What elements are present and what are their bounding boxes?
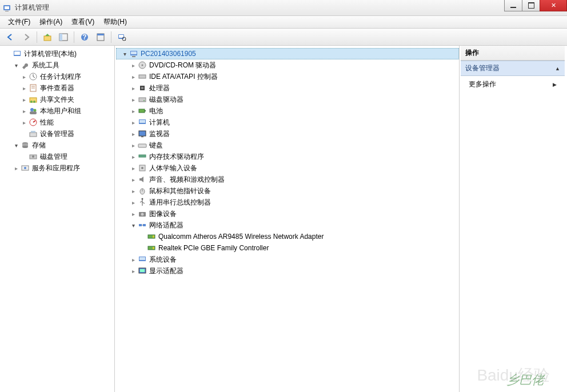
- maximize-button[interactable]: [522, 0, 540, 11]
- properties-button[interactable]: [94, 30, 107, 44]
- close-button[interactable]: [540, 0, 567, 11]
- svg-rect-53: [139, 155, 146, 157]
- tree-disk-mgmt[interactable]: 磁盘管理: [2, 151, 114, 162]
- expander-icon[interactable]: [130, 130, 137, 137]
- expander-icon[interactable]: [130, 210, 137, 217]
- device-display[interactable]: 显示适配器: [116, 265, 459, 277]
- menu-file[interactable]: 文件(F): [3, 16, 35, 28]
- menu-action[interactable]: 操作(A): [35, 16, 67, 28]
- device-system[interactable]: 系统设备: [116, 254, 459, 265]
- device-battery[interactable]: 电池: [116, 105, 459, 117]
- device-nic2[interactable]: Realtek PCIe GBE Family Controller: [116, 242, 459, 254]
- expander-icon[interactable]: [130, 153, 137, 160]
- expander-icon[interactable]: [130, 107, 137, 114]
- mouse-icon: [138, 186, 147, 195]
- expander-icon[interactable]: [21, 73, 27, 80]
- forward-button[interactable]: [19, 30, 33, 44]
- svg-rect-51: [141, 137, 143, 137]
- expander-icon[interactable]: [130, 199, 137, 206]
- device-sound[interactable]: 声音、视频和游戏控制器: [116, 174, 459, 185]
- tree-label: 图像设备: [149, 209, 177, 219]
- up-button[interactable]: [41, 30, 54, 44]
- battery-icon: [138, 106, 147, 115]
- ide-icon: [138, 72, 147, 81]
- svg-rect-67: [153, 247, 154, 249]
- expander-icon[interactable]: [130, 85, 137, 91]
- tree-label: DVD/CD-ROM 驱动器: [149, 61, 216, 70]
- cpu-icon: [138, 83, 147, 93]
- device-network[interactable]: 网络适配器: [116, 219, 459, 231]
- tree-device-manager[interactable]: 设备管理器: [2, 128, 114, 139]
- device-dvd[interactable]: DVD/CD-ROM 驱动器: [116, 59, 459, 71]
- tree-services-apps[interactable]: 服务和应用程序: [2, 162, 114, 174]
- expander-icon[interactable]: [130, 267, 137, 274]
- tree-shared-folders[interactable]: 共享文件夹: [2, 94, 114, 105]
- expander-icon[interactable]: [21, 85, 27, 91]
- device-computers[interactable]: 计算机: [116, 117, 459, 128]
- scan-button[interactable]: [115, 30, 129, 44]
- help-button[interactable]: ?: [78, 30, 91, 44]
- device-root[interactable]: PC201403061905: [116, 48, 459, 59]
- back-button[interactable]: [3, 30, 17, 44]
- expander-icon[interactable]: [130, 165, 137, 171]
- expander-icon[interactable]: [13, 142, 19, 149]
- device-hid[interactable]: 人体学输入设备: [116, 162, 459, 174]
- expander-icon[interactable]: [130, 119, 137, 126]
- menu-view[interactable]: 查看(V): [67, 16, 99, 28]
- device-keyboard[interactable]: 键盘: [116, 139, 459, 151]
- device-ide[interactable]: IDE ATA/ATAPI 控制器: [116, 71, 459, 82]
- tree-storage[interactable]: 存储: [2, 139, 114, 151]
- tree-label: 磁盘驱动器: [149, 95, 183, 105]
- svg-point-33: [32, 155, 34, 158]
- expander-icon[interactable]: [21, 96, 27, 103]
- device-disk-drives[interactable]: 磁盘驱动器: [116, 94, 459, 105]
- tree-label: 键盘: [149, 141, 163, 150]
- device-memory[interactable]: 内存技术驱动程序: [116, 151, 459, 162]
- expander-icon[interactable]: [21, 119, 27, 126]
- device-processor[interactable]: 处理器: [116, 82, 459, 94]
- tree-performance[interactable]: 性能: [2, 117, 114, 128]
- system-device-icon: [138, 255, 147, 264]
- expander-icon[interactable]: [130, 222, 137, 229]
- expander-icon[interactable]: [130, 142, 137, 149]
- actions-section[interactable]: 设备管理器 ▲: [461, 61, 565, 76]
- svg-rect-49: [139, 120, 145, 123]
- svg-point-58: [142, 198, 143, 200]
- expander-icon[interactable]: [13, 62, 19, 69]
- svg-rect-65: [153, 235, 154, 238]
- clock-icon: [29, 72, 38, 81]
- tree-local-users[interactable]: 本地用户和组: [2, 105, 114, 117]
- tree-system-tools[interactable]: 系统工具: [2, 59, 114, 71]
- expander-icon[interactable]: [130, 62, 137, 69]
- expander-icon[interactable]: [21, 107, 27, 114]
- expander-icon[interactable]: [130, 96, 137, 103]
- svg-point-24: [34, 109, 37, 112]
- expander-icon[interactable]: [130, 73, 137, 80]
- keyboard-icon: [138, 141, 147, 150]
- minimize-button[interactable]: [504, 0, 522, 11]
- expander-icon[interactable]: [13, 165, 19, 171]
- titlebar: 计算机管理: [0, 0, 567, 16]
- expander-icon[interactable]: [130, 187, 137, 194]
- more-actions-item[interactable]: 更多操作 ▶: [461, 76, 565, 93]
- tree-event-viewer[interactable]: 事件查看器: [2, 82, 114, 94]
- svg-point-35: [24, 167, 26, 169]
- dvd-icon: [138, 61, 147, 70]
- device-usb[interactable]: 通用串行总线控制器: [116, 197, 459, 208]
- menu-help[interactable]: 帮助(H): [99, 16, 131, 28]
- expander-icon[interactable]: [130, 176, 137, 183]
- section-label: 设备管理器: [465, 63, 500, 73]
- svg-point-40: [142, 65, 143, 66]
- device-nic1[interactable]: Qualcomm Atheros AR9485 Wireless Network…: [116, 231, 459, 242]
- device-monitor[interactable]: 监视器: [116, 128, 459, 139]
- device-mouse[interactable]: 鼠标和其他指针设备: [116, 185, 459, 197]
- expander-icon[interactable]: [121, 50, 128, 57]
- wrench-icon: [21, 61, 30, 70]
- show-hide-tree-button[interactable]: [57, 30, 70, 44]
- device-imaging[interactable]: 图像设备: [116, 208, 459, 219]
- tree-task-scheduler[interactable]: 任务计划程序: [2, 71, 114, 82]
- svg-rect-61: [139, 224, 142, 226]
- tree-root[interactable]: 计算机管理(本地): [2, 48, 114, 59]
- window-title: 计算机管理: [15, 3, 49, 13]
- expander-icon[interactable]: [130, 256, 137, 263]
